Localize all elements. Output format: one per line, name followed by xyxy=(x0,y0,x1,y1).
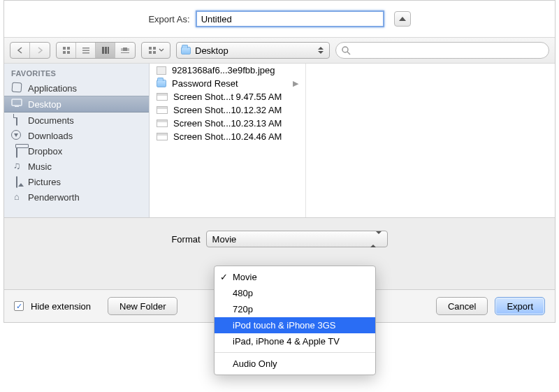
home-icon: ⌂ xyxy=(11,191,22,203)
file-row[interactable]: Screen Shot...t 9.47.55 AM xyxy=(150,90,305,103)
arrange-popup[interactable] xyxy=(141,42,170,59)
file-row[interactable]: 9281368af6...3e9fbb.jpeg xyxy=(150,64,305,77)
screenshot-icon xyxy=(157,106,168,114)
menu-item-720p[interactable]: 720p xyxy=(215,301,375,317)
file-row[interactable]: Screen Shot...10.12.32 AM xyxy=(150,103,305,117)
menu-separator xyxy=(215,352,375,353)
svg-rect-4 xyxy=(82,48,89,49)
column-view-button[interactable] xyxy=(96,43,115,58)
svg-line-19 xyxy=(347,52,350,55)
sidebar-item-label: Music xyxy=(28,161,52,172)
triangle-up-icon xyxy=(399,17,406,21)
path-label: Desktop xyxy=(195,45,228,56)
format-popup[interactable]: Movie xyxy=(206,231,388,247)
menu-item-label: iPod touch & iPhone 3GS xyxy=(233,320,335,331)
folder-icon xyxy=(157,80,166,87)
sidebar-item-dropbox[interactable]: Dropbox xyxy=(4,143,149,159)
svg-rect-15 xyxy=(153,47,156,50)
export-filename-input[interactable] xyxy=(196,10,384,27)
back-button[interactable] xyxy=(10,43,30,58)
svg-rect-12 xyxy=(127,48,129,51)
hide-extension-label: Hide extension xyxy=(31,301,91,312)
hide-extension-checkbox[interactable]: ✓ xyxy=(14,301,24,311)
svg-point-18 xyxy=(342,47,348,52)
menu-item-ipad-iphone4-appletv[interactable]: iPad, iPhone 4 & Apple TV xyxy=(215,333,375,349)
desktop-icon xyxy=(11,99,22,110)
svg-rect-2 xyxy=(63,51,66,54)
format-menu: ✓Movie 480p 720p iPod touch & iPhone 3GS… xyxy=(214,266,376,375)
svg-rect-7 xyxy=(102,47,104,54)
sidebar-item-label: Downloads xyxy=(28,131,73,141)
app-icon xyxy=(11,82,22,94)
screenshot-icon xyxy=(157,133,168,140)
search-icon xyxy=(341,45,351,55)
sidebar-item-downloads[interactable]: Downloads xyxy=(4,128,149,143)
svg-rect-14 xyxy=(149,47,152,50)
new-folder-button[interactable]: New Folder xyxy=(108,297,177,315)
format-label: Format xyxy=(171,234,200,245)
menu-item-movie[interactable]: ✓Movie xyxy=(215,269,375,285)
menu-item-480p[interactable]: 480p xyxy=(215,285,375,301)
folder-icon xyxy=(181,47,191,55)
file-name: Screen Shot...t 9.47.55 AM xyxy=(173,92,282,102)
document-icon xyxy=(11,115,22,126)
preview-column xyxy=(306,64,555,217)
menu-item-label: iPad, iPhone 4 & Apple TV xyxy=(233,336,340,347)
menu-item-label: Movie xyxy=(233,272,257,282)
chevron-right-icon: ▶ xyxy=(293,79,298,88)
sidebar-item-label: Dropbox xyxy=(28,146,62,157)
music-icon: ♫ xyxy=(11,161,22,172)
screenshot-icon xyxy=(157,119,168,127)
file-name: Screen Shot...10.24.46 AM xyxy=(173,131,282,142)
path-popup[interactable]: Desktop xyxy=(176,42,330,59)
file-row[interactable]: Password Reset▶ xyxy=(150,77,305,90)
svg-rect-17 xyxy=(153,51,156,54)
cancel-button[interactable]: Cancel xyxy=(436,297,488,315)
svg-rect-11 xyxy=(121,48,123,51)
coverflow-view-button[interactable] xyxy=(115,43,135,58)
svg-rect-6 xyxy=(82,52,89,54)
sidebar-item-pictures[interactable]: Pictures xyxy=(4,174,149,189)
svg-rect-8 xyxy=(105,47,107,54)
file-row[interactable]: Screen Shot...10.24.46 AM xyxy=(150,130,305,143)
sidebar-item-documents[interactable]: Documents xyxy=(4,112,149,128)
forward-button[interactable] xyxy=(30,43,50,58)
sidebar-item-label: Applications xyxy=(28,83,77,94)
export-row: Export As: xyxy=(4,1,555,37)
sidebar-item-label: Pictures xyxy=(28,177,61,187)
export-button[interactable]: Export xyxy=(495,297,545,315)
file-name: Password Reset xyxy=(172,78,238,89)
sidebar-item-music[interactable]: ♫Music xyxy=(4,159,149,174)
file-name: Screen Shot...10.12.32 AM xyxy=(173,105,282,115)
updown-icon xyxy=(370,234,382,245)
svg-rect-13 xyxy=(121,52,129,53)
screenshot-icon xyxy=(157,93,168,101)
svg-rect-9 xyxy=(108,47,109,54)
finder-toolbar: Desktop xyxy=(4,37,555,64)
sidebar-item-desktop[interactable]: Desktop xyxy=(4,96,149,112)
collapse-button[interactable] xyxy=(394,11,411,27)
menu-item-label: Audio Only xyxy=(233,358,277,369)
menu-item-audio-only[interactable]: Audio Only xyxy=(215,356,375,372)
file-row[interactable]: Screen Shot...10.23.13 AM xyxy=(150,117,305,130)
check-icon: ✓ xyxy=(220,272,228,282)
file-column: 9281368af6...3e9fbb.jpeg Password Reset▶… xyxy=(150,64,306,217)
icon-view-button[interactable] xyxy=(57,43,76,58)
sidebar-item-penderworth[interactable]: ⌂Penderworth xyxy=(4,189,149,205)
sidebar-item-label: Penderworth xyxy=(28,192,80,203)
sidebar-item-applications[interactable]: Applications xyxy=(4,80,149,96)
updown-icon xyxy=(317,44,325,57)
svg-rect-1 xyxy=(67,47,70,50)
menu-item-ipod-iphone3gs[interactable]: iPod touch & iPhone 3GS xyxy=(215,317,375,333)
search-input[interactable] xyxy=(335,42,549,59)
list-view-button[interactable] xyxy=(76,43,96,58)
svg-rect-5 xyxy=(82,50,89,52)
sidebar: FAVORITES Applications Desktop Documents… xyxy=(4,64,150,217)
nav-back-forward xyxy=(10,42,50,59)
sidebar-item-label: Documents xyxy=(28,115,74,126)
image-thumb-icon xyxy=(157,66,166,75)
view-mode-segmented xyxy=(56,42,136,59)
file-browser: FAVORITES Applications Desktop Documents… xyxy=(4,64,555,217)
sidebar-item-label: Desktop xyxy=(28,99,61,110)
download-icon xyxy=(11,130,22,141)
